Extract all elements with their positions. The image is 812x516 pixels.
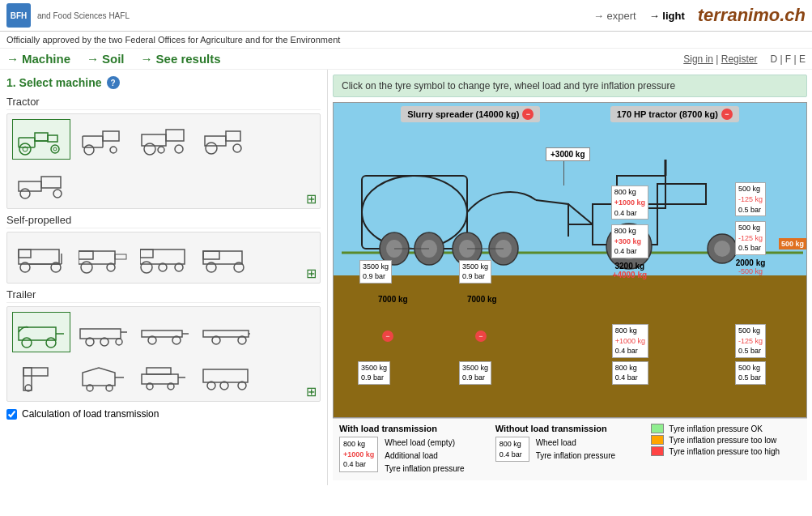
legend-wheel-load-empty: Wheel load (empty) — [385, 437, 464, 450]
institute-text: and Food Sciences HAFL — [37, 11, 130, 20]
trailer-option-6[interactable] — [74, 356, 132, 396]
tractor-option-4[interactable] — [197, 119, 255, 160]
nav-links: Machine Soil See results — [6, 52, 221, 66]
main-content: 1. Select machine ? Tractor — [0, 70, 812, 485]
svg-rect-69 — [147, 368, 171, 374]
without-load-legend: Without load transmission 800 kg 0.4 bar… — [495, 424, 645, 475]
register-link[interactable]: Register — [721, 53, 758, 65]
slurry-front-lower[interactable]: 3500 kg 0.9 bar — [358, 361, 390, 385]
nav-see-results[interactable]: See results — [141, 52, 221, 66]
nav-soil[interactable]: Soil — [87, 52, 125, 66]
with-load-sample-box: 800 kg +1000 kg 0.4 bar — [339, 437, 378, 472]
svg-rect-49 — [80, 329, 121, 339]
expert-link[interactable]: → expert — [593, 10, 636, 22]
checkbox-label: Calculation of load transmission — [22, 408, 159, 420]
svg-rect-42 — [203, 251, 219, 259]
svg-point-14 — [144, 143, 155, 155]
remove-tractor-btn[interactable]: − — [721, 109, 733, 120]
logo-area: BFH and Food Sciences HAFL — [6, 3, 130, 28]
header-right: → expert → light terranimo.ch — [593, 5, 806, 26]
svg-point-20 — [233, 144, 241, 152]
legend-tyre-pressure: Tyre inflation pressure — [385, 463, 464, 475]
self-prop-option-2[interactable] — [74, 237, 132, 278]
tractor-icon-3 — [140, 123, 189, 156]
self-propelled-grid: ⊞ — [6, 232, 321, 284]
trailer-icon-5 — [17, 360, 66, 392]
nav-machine[interactable]: Machine — [6, 52, 70, 66]
tractor-front-lower[interactable]: 500 kg -125 kg 0.5 bar 500 kg 0.5 bar — [735, 324, 766, 385]
tractor-icon-4 — [202, 123, 250, 156]
slurry-rear-axle-total: 7000 kg — [467, 295, 497, 304]
slurry-rear-tyre-data[interactable]: 3500 kg 0.9 bar — [459, 260, 491, 284]
svg-rect-41 — [203, 251, 242, 264]
svg-point-24 — [53, 190, 62, 198]
header-top: BFH and Food Sciences HAFL → expert → li… — [0, 0, 812, 32]
instruction-bar: Click on the tyre symbol to change tyre,… — [333, 75, 807, 97]
svg-rect-9 — [103, 131, 119, 141]
tractor-label: Tractor — [6, 96, 321, 110]
color-legend: Tyre inflation pressure OK Tyre inflatio… — [651, 424, 801, 475]
sign-in-link[interactable]: Sign in — [683, 53, 713, 65]
svg-point-52 — [116, 339, 122, 345]
svg-rect-22 — [41, 177, 61, 188]
legend-low-item: Tyre inflation pressure too low — [651, 435, 801, 445]
help-icon[interactable]: ? — [107, 76, 120, 89]
trailer-option-5[interactable] — [12, 356, 70, 396]
self-prop-icon-4 — [202, 241, 250, 274]
trailer-grid-expand[interactable]: ⊞ — [306, 384, 317, 399]
svg-rect-26 — [19, 249, 31, 258]
trailer-option-8[interactable] — [197, 356, 255, 396]
svg-rect-37 — [140, 249, 153, 258]
self-prop-option-1[interactable] — [12, 237, 70, 278]
legend-ok-item: Tyre inflation pressure OK — [651, 424, 801, 433]
remove-slurry-rear-axle[interactable]: − — [475, 330, 487, 342]
checkbox-area: Calculation of load transmission — [6, 408, 321, 420]
legend-additional-load: Additional load — [385, 450, 464, 463]
brand-name: terranimo.ch — [698, 5, 806, 26]
tractor-option-1[interactable] — [12, 119, 70, 160]
ok-color-box — [651, 424, 664, 433]
tractor-icon-1 — [17, 123, 66, 156]
tractor-front-tyre-col[interactable]: 500 kg -125 kg 0.5 bar 500 kg -125 kg 0.… — [735, 182, 766, 275]
trailer-option-1[interactable] — [12, 312, 70, 352]
slurry-rear-lower[interactable]: 3500 kg 0.9 bar — [459, 361, 491, 385]
trailer-option-3[interactable] — [135, 312, 193, 352]
self-prop-grid-expand[interactable]: ⊞ — [306, 266, 317, 281]
remove-slurry-btn[interactable]: − — [522, 109, 534, 120]
load-transmission-checkbox[interactable] — [6, 409, 17, 420]
tractor-option-3[interactable] — [135, 119, 193, 160]
tractor-rear-lower[interactable]: 800 kg +1000 kg 0.4 bar 800 kg 0.4 bar — [612, 324, 648, 385]
tractor-label-right: 170 HP tractor (8700 kg) − — [610, 106, 739, 122]
remove-slurry-front-axle[interactable]: − — [382, 330, 393, 342]
svg-rect-73 — [203, 369, 248, 382]
legend-high-item: Tyre inflation pressure too high — [651, 446, 801, 456]
self-propelled-label: Self-propelled — [6, 214, 321, 228]
legend-tyre-inflation: Tyre inflation pressure — [536, 450, 615, 463]
trailer-option-7[interactable] — [135, 356, 193, 396]
svg-rect-68 — [142, 374, 178, 384]
self-prop-option-4[interactable] — [197, 237, 255, 278]
svg-rect-63 — [23, 368, 48, 376]
svg-point-15 — [175, 145, 183, 153]
nav-lang[interactable]: D | F | E — [770, 53, 806, 65]
tractor-option-2[interactable] — [74, 119, 132, 160]
svg-point-33 — [81, 262, 92, 273]
trailer-icon-3 — [140, 316, 189, 348]
trailer-option-4[interactable] — [197, 312, 255, 352]
svg-point-6 — [53, 147, 57, 151]
high-color-box — [651, 446, 664, 456]
tractor-icon-5 — [17, 167, 66, 199]
tractor-rear-tyre-col[interactable]: 800 kg +1000 kg 0.4 bar 800 kg +300 kg 0… — [611, 186, 648, 279]
with-load-legend: With load transmission 800 kg +1000 kg 0… — [339, 424, 489, 475]
tractor-icon-2 — [79, 123, 127, 156]
svg-point-78 — [362, 176, 467, 249]
light-link[interactable]: → light — [649, 10, 685, 22]
slurry-front-tyre-data[interactable]: 3500 kg 0.9 bar — [359, 260, 392, 284]
trailer-icon-7 — [140, 360, 189, 392]
tractor-option-5[interactable] — [12, 163, 70, 203]
self-prop-option-3[interactable] — [135, 237, 193, 278]
slurry-front-axle-total: 7000 kg — [378, 295, 408, 304]
tractor-grid-expand[interactable]: ⊞ — [306, 191, 317, 207]
without-load-sample-box: 800 kg 0.4 bar — [495, 437, 529, 462]
trailer-option-2[interactable] — [74, 312, 132, 352]
